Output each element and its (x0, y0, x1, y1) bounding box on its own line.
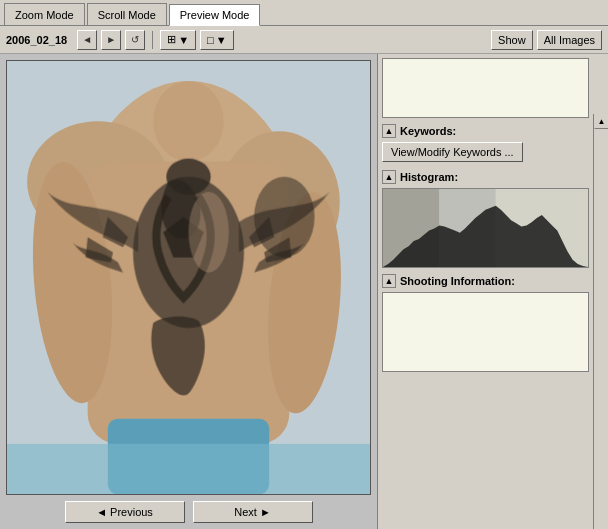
filter-dropdown-arrow: ▼ (178, 34, 189, 46)
tab-bar: Zoom Mode Scroll Mode Preview Mode (0, 0, 608, 26)
nav-buttons: ◄ Previous Next ► (6, 501, 371, 523)
rotate-button[interactable]: ↺ (125, 30, 145, 50)
filter-icon: ⊞ (167, 33, 176, 46)
left-panel: ◄ Previous Next ► (0, 54, 378, 529)
date-label: 2006_02_18 (6, 34, 67, 46)
histogram-svg (383, 189, 588, 267)
view-dropdown[interactable]: □ ▼ (200, 30, 234, 50)
svg-rect-12 (7, 444, 370, 494)
main-layout: ◄ Previous Next ► ◄ ▲ Keywords: View/Mod… (0, 54, 608, 529)
view-icon: □ (207, 34, 214, 46)
histogram-collapse-icon[interactable]: ▲ (382, 170, 396, 184)
toolbar: 2006_02_18 ◄ ► ↺ ⊞ ▼ □ ▼ Show All Images (0, 26, 608, 54)
shooting-collapse-icon[interactable]: ▲ (382, 274, 396, 288)
filter-dropdown[interactable]: ⊞ ▼ (160, 30, 196, 50)
shooting-info-label: Shooting Information: (400, 275, 515, 287)
svg-point-8 (153, 81, 224, 162)
tab-zoom-mode[interactable]: Zoom Mode (4, 3, 85, 25)
keywords-collapse-icon[interactable]: ▲ (382, 124, 396, 138)
tattoo-svg (7, 61, 370, 494)
metadata-area (382, 58, 589, 118)
right-panel: ◄ ▲ Keywords: View/Modify Keywords ... ▲… (378, 54, 608, 529)
svg-point-13 (189, 192, 229, 273)
view-dropdown-arrow: ▼ (216, 34, 227, 46)
all-images-button[interactable]: All Images (537, 30, 602, 50)
scroll-up-icon: ▲ (598, 117, 606, 126)
back-arrow-icon: ◄ (82, 34, 92, 45)
forward-arrow-icon: ► (106, 34, 116, 45)
scrollbar-track[interactable] (594, 129, 608, 529)
tab-scroll-mode[interactable]: Scroll Mode (87, 3, 167, 25)
right-scrollbar[interactable]: ▲ ▼ (593, 114, 608, 529)
shooting-arrow-icon: ▲ (385, 276, 394, 286)
image-container (6, 60, 371, 495)
right-content: ▲ Keywords: View/Modify Keywords ... ▲ H… (378, 54, 608, 529)
view-modify-keywords-button[interactable]: View/Modify Keywords ... (382, 142, 523, 162)
histogram-chart (382, 188, 589, 268)
keywords-arrow-icon: ▲ (385, 126, 394, 136)
previous-button[interactable]: ◄ Previous (65, 501, 185, 523)
toolbar-separator-1 (152, 31, 153, 49)
tab-preview-mode[interactable]: Preview Mode (169, 4, 261, 26)
keywords-section-header: ▲ Keywords: (378, 122, 593, 140)
next-button[interactable]: Next ► (193, 501, 313, 523)
rotate-icon: ↺ (131, 34, 139, 45)
shooting-info-section-header: ▲ Shooting Information: (378, 272, 593, 290)
keywords-label: Keywords: (400, 125, 456, 137)
histogram-label: Histogram: (400, 171, 458, 183)
preview-image (7, 61, 370, 494)
histogram-section-header: ▲ Histogram: (378, 168, 593, 186)
svg-point-11 (254, 177, 314, 258)
show-button[interactable]: Show (491, 30, 533, 50)
back-button[interactable]: ◄ (77, 30, 97, 50)
scrollbar-up-button[interactable]: ▲ (594, 114, 608, 129)
histogram-arrow-icon: ▲ (385, 172, 394, 182)
forward-button[interactable]: ► (101, 30, 121, 50)
shooting-info-content (382, 292, 589, 372)
svg-point-10 (166, 159, 210, 195)
